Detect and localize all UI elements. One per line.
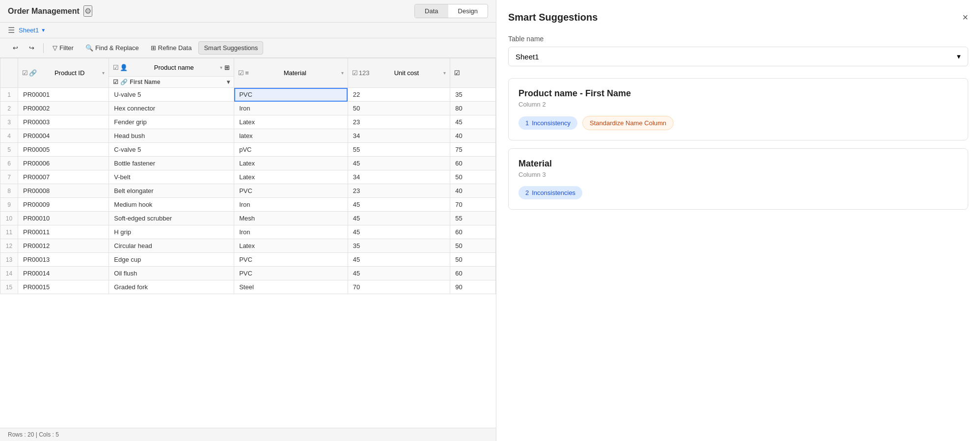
cell-product-name[interactable]: V-belt (109, 170, 234, 184)
cell-extra[interactable]: 40 (450, 129, 496, 143)
cell-product-id[interactable]: PR00011 (18, 225, 109, 239)
menu-icon[interactable]: ☰ (8, 26, 15, 35)
tab-data[interactable]: Data (415, 4, 448, 18)
cell-extra[interactable]: 35 (450, 88, 496, 102)
cell-material[interactable]: Iron (234, 198, 348, 212)
cell-product-id[interactable]: PR00009 (18, 198, 109, 212)
col-header-material[interactable]: ☑ ≡ Material ▾ (234, 58, 348, 88)
cell-product-id[interactable]: PR00003 (18, 115, 109, 129)
cell-product-id[interactable]: PR00006 (18, 157, 109, 170)
cell-product-id[interactable]: PR00012 (18, 239, 109, 253)
cell-product-name[interactable]: Head bush (109, 129, 234, 143)
close-button[interactable]: × (962, 12, 968, 23)
cell-unit-cost[interactable]: 35 (348, 239, 450, 253)
cell-unit-cost[interactable]: 45 (348, 267, 450, 280)
cell-product-name[interactable]: Medium hook (109, 198, 234, 212)
cell-product-id[interactable]: PR00007 (18, 170, 109, 184)
cell-product-id[interactable]: PR00004 (18, 129, 109, 143)
cell-product-name[interactable]: Oil flush (109, 267, 234, 280)
cell-product-name[interactable]: Bottle fastener (109, 157, 234, 170)
cell-material[interactable]: PVC (234, 267, 348, 280)
cell-unit-cost[interactable]: 55 (348, 143, 450, 157)
cell-extra[interactable]: 50 (450, 239, 496, 253)
cell-material[interactable]: PVC (234, 184, 348, 198)
cell-product-name[interactable]: H grip (109, 225, 234, 239)
cell-extra[interactable]: 40 (450, 184, 496, 198)
cell-product-name[interactable]: Hex connector (109, 102, 234, 115)
smart-suggestions-button[interactable]: Smart Suggestions (198, 41, 263, 55)
cell-extra[interactable]: 80 (450, 102, 496, 115)
find-replace-button[interactable]: 🔍 Find & Replace (81, 42, 144, 54)
cell-material[interactable]: Steel (234, 280, 348, 294)
cell-material[interactable]: Latex (234, 170, 348, 184)
cell-unit-cost[interactable]: 50 (348, 102, 450, 115)
cell-extra[interactable]: 50 (450, 170, 496, 184)
table-name-select[interactable]: Sheet1 ▾ (508, 47, 968, 66)
cell-unit-cost[interactable]: 45 (348, 157, 450, 170)
cell-product-name[interactable]: Fender grip (109, 115, 234, 129)
cell-unit-cost[interactable]: 45 (348, 253, 450, 267)
cell-material[interactable]: Latex (234, 157, 348, 170)
cell-unit-cost[interactable]: 23 (348, 184, 450, 198)
filter-button[interactable]: ▽ Filter (48, 42, 79, 54)
cell-material[interactable]: Iron (234, 225, 348, 239)
refine-data-button[interactable]: ⊞ Refine Data (146, 42, 197, 54)
cell-unit-cost[interactable]: 70 (348, 280, 450, 294)
col-header-unit-cost[interactable]: ☑ 123 Unit cost ▾ (348, 58, 450, 88)
cell-material[interactable]: pVC (234, 143, 348, 157)
standardize-button[interactable]: Standardize Name Column (582, 116, 674, 130)
cell-extra[interactable]: 60 (450, 157, 496, 170)
cell-product-name[interactable]: Edge cup (109, 253, 234, 267)
cell-extra[interactable]: 70 (450, 198, 496, 212)
cell-product-id[interactable]: PR00014 (18, 267, 109, 280)
cell-material[interactable]: Mesh (234, 212, 348, 225)
tab-design[interactable]: Design (448, 4, 488, 18)
cell-extra[interactable]: 90 (450, 280, 496, 294)
cell-extra[interactable]: 55 (450, 212, 496, 225)
cell-extra[interactable]: 60 (450, 267, 496, 280)
settings-icon[interactable]: ⚙ (83, 5, 92, 17)
cell-product-name[interactable]: Circular head (109, 239, 234, 253)
cell-product-id[interactable]: PR00015 (18, 280, 109, 294)
row-number: 7 (0, 170, 18, 184)
cell-unit-cost[interactable]: 45 (348, 212, 450, 225)
table-row: 11 PR00011 H grip Iron 45 60 (0, 225, 496, 239)
table-row: 8 PR00008 Belt elongater PVC 23 40 (0, 184, 496, 198)
cell-extra[interactable]: 75 (450, 143, 496, 157)
refine-icon: ⊞ (151, 44, 156, 52)
cell-extra[interactable]: 45 (450, 115, 496, 129)
cell-unit-cost[interactable]: 45 (348, 198, 450, 212)
cell-material[interactable]: latex (234, 129, 348, 143)
cell-product-id[interactable]: PR00008 (18, 184, 109, 198)
cell-extra[interactable]: 60 (450, 225, 496, 239)
col-header-extra[interactable]: ☑ (450, 58, 496, 88)
cell-unit-cost[interactable]: 45 (348, 225, 450, 239)
cell-material[interactable]: PVC (234, 253, 348, 267)
sub-sort-icon: ▾ (227, 79, 230, 85)
redo-button[interactable]: ↪ (24, 42, 39, 54)
cell-product-id[interactable]: PR00002 (18, 102, 109, 115)
cell-product-name[interactable]: Soft-edged scrubber (109, 212, 234, 225)
cell-material[interactable]: Latex (234, 239, 348, 253)
sheet-tab[interactable]: Sheet1 ▼ (19, 27, 46, 34)
cell-product-id[interactable]: PR00001 (18, 88, 109, 102)
cell-product-name[interactable]: Graded fork (109, 280, 234, 294)
cell-material[interactable]: Iron (234, 102, 348, 115)
cell-extra[interactable]: 50 (450, 253, 496, 267)
cell-product-name[interactable]: Belt elongater (109, 184, 234, 198)
cell-unit-cost[interactable]: 22 (348, 88, 450, 102)
undo-button[interactable]: ↩ (8, 42, 23, 54)
cell-product-id[interactable]: PR00013 (18, 253, 109, 267)
col-header-product-name[interactable]: ☑ 👤 Product name ▾ ⊞ ☑ 🔗 First Name ▾ (109, 58, 234, 88)
cell-unit-cost[interactable]: 34 (348, 129, 450, 143)
cell-product-id[interactable]: PR00010 (18, 212, 109, 225)
cell-product-id[interactable]: PR00005 (18, 143, 109, 157)
cell-material[interactable]: Latex (234, 115, 348, 129)
cell-material[interactable]: PVC (234, 88, 348, 102)
cell-product-name[interactable]: U-valve 5 (109, 88, 234, 102)
smart-suggestions-panel: Smart Suggestions × Table name Sheet1 ▾ … (496, 0, 980, 441)
col-header-product-id[interactable]: ☑ 🔗 Product ID ▾ (18, 58, 109, 88)
cell-product-name[interactable]: C-valve 5 (109, 143, 234, 157)
cell-unit-cost[interactable]: 23 (348, 115, 450, 129)
cell-unit-cost[interactable]: 34 (348, 170, 450, 184)
